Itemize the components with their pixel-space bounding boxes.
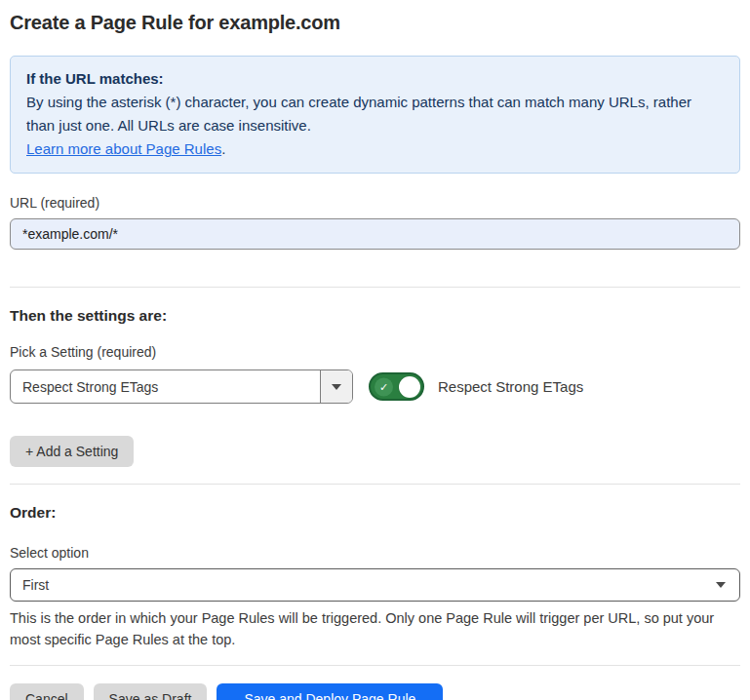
- cancel-button[interactable]: Cancel: [10, 683, 84, 700]
- url-match-info-box: If the URL matches: By using the asteris…: [10, 56, 740, 174]
- toggle-check-icon: ✓: [375, 377, 393, 396]
- add-setting-button[interactable]: + Add a Setting: [10, 436, 134, 467]
- info-box-link-line: Learn more about Page Rules.: [26, 137, 724, 161]
- order-select-arrow-icon: [716, 582, 726, 588]
- etags-toggle[interactable]: ✓: [369, 372, 424, 401]
- order-select[interactable]: First: [10, 568, 740, 602]
- link-suffix: .: [221, 140, 225, 157]
- order-select-label: Select option: [10, 545, 740, 561]
- info-box-heading: If the URL matches:: [26, 67, 724, 91]
- url-field-label: URL (required): [10, 195, 740, 211]
- pick-setting-label: Pick a Setting (required): [10, 344, 740, 360]
- url-input[interactable]: [10, 218, 740, 250]
- order-select-value: First: [22, 577, 49, 593]
- setting-select-arrow-button[interactable]: [320, 370, 352, 403]
- settings-section-heading: Then the settings are:: [10, 307, 740, 325]
- toggle-knob: [399, 376, 420, 398]
- setting-row: Respect Strong ETags ✓ Respect Strong ET…: [10, 369, 740, 404]
- info-box-body: By using the asterisk (*) character, you…: [26, 91, 724, 137]
- dropdown-arrow-icon: [332, 384, 341, 390]
- create-page-rule-form: Create a Page Rule for example.com If th…: [0, 0, 750, 700]
- learn-more-link[interactable]: Learn more about Page Rules: [26, 140, 221, 157]
- section-divider: [10, 287, 740, 288]
- setting-select[interactable]: Respect Strong ETags: [10, 369, 353, 404]
- order-section-heading: Order:: [10, 504, 740, 522]
- setting-select-value: Respect Strong ETags: [11, 370, 320, 403]
- footer-divider: [10, 665, 740, 666]
- toggle-label: Respect Strong ETags: [438, 378, 583, 395]
- order-help-text: This is the order in which your Page Rul…: [10, 607, 736, 650]
- section-divider: [10, 484, 740, 485]
- page-title: Create a Page Rule for example.com: [10, 12, 740, 34]
- footer-button-row: Cancel Save as Draft Save and Deploy Pag…: [10, 683, 740, 700]
- save-and-deploy-button[interactable]: Save and Deploy Page Rule: [217, 683, 443, 700]
- save-as-draft-button[interactable]: Save as Draft: [94, 683, 208, 700]
